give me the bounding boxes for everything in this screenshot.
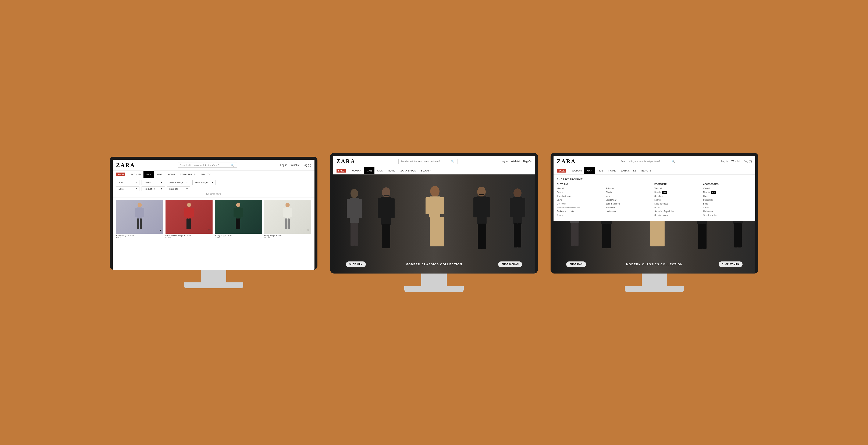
nav-man-3[interactable]: MAN — [584, 167, 595, 174]
clothing-item-7[interactable]: Jeans — [557, 213, 602, 217]
clothing-item-3[interactable]: Shirts — [557, 198, 602, 202]
accessories-item-3[interactable]: Swimsuits — [703, 198, 748, 202]
footwear-item-7[interactable]: Special prices — [654, 213, 700, 217]
svg-rect-7 — [186, 207, 192, 219]
clothing-item-6[interactable]: Jackets and coats — [557, 210, 602, 213]
login-link-1[interactable]: Log in — [280, 164, 287, 167]
wishlist-link-1[interactable]: Wishlist — [290, 164, 299, 167]
stand-neck-2 — [421, 274, 447, 286]
login-link-3[interactable]: Log in — [721, 160, 728, 163]
nav-woman-3[interactable]: WOMAN — [569, 167, 584, 174]
main-nav-1: SALE WOMAN MAN KIDS HOME ZARA SRPLS BEAU… — [113, 171, 314, 178]
clothing2-item-6[interactable]: Underwear — [606, 210, 651, 213]
product-name-4: Heavy weight T-Shirt — [264, 235, 311, 237]
clothing2-item-3[interactable]: Sportswear — [606, 198, 651, 202]
header-nav-right-2: Log in Wishlist Bag (5) — [501, 160, 531, 163]
clothing2-item-0[interactable]: Polo shirt — [606, 187, 651, 191]
nav-woman-1[interactable]: WOMAN — [129, 171, 144, 178]
clothing-item-0[interactable]: View all — [557, 187, 602, 191]
nav-man-1[interactable]: MAN — [144, 171, 154, 178]
search-bar-2[interactable]: 🔍 — [398, 159, 458, 164]
wishlist-link-2[interactable]: Wishlist — [511, 160, 520, 163]
monitor-3: ZARA 🔍 Log in Wishlist Bag (5) SALE WOMA… — [551, 153, 758, 292]
login-link-2[interactable]: Log in — [501, 160, 508, 163]
product-price-1: £19.99 — [116, 237, 163, 239]
accessories-item-7[interactable]: Ties & bow ties — [703, 213, 748, 217]
nav-home-3[interactable]: HOME — [606, 167, 618, 174]
hero-shop-woman-btn-2[interactable]: SHOP WOMAN — [498, 262, 522, 267]
footwear-item-2[interactable]: Sneakers — [654, 194, 700, 198]
wishlist-icon-4[interactable]: ♡ — [307, 229, 309, 232]
bag-link-1[interactable]: Bag (5) — [303, 164, 311, 167]
accessories-item-2[interactable]: Hats — [703, 194, 748, 198]
search-input-3[interactable] — [621, 160, 672, 163]
clothing2-item-4[interactable]: Suits & tailoring — [606, 202, 651, 206]
search-bar-3[interactable]: 🔍 — [619, 159, 678, 164]
clothing2-item-2[interactable]: socks — [606, 194, 651, 198]
hero-shop-man-btn-3[interactable]: SHOP MAN — [566, 262, 586, 267]
nav-woman-2[interactable]: WOMAN — [349, 167, 364, 174]
nav-srpls-1[interactable]: ZARA SRPLS — [178, 171, 198, 178]
accessories-item-5[interactable]: Socks — [703, 206, 748, 210]
sleeve-filter[interactable]: Sleeve Length ▼ — [167, 180, 190, 185]
nav-srpls-2[interactable]: ZARA SRPLS — [398, 167, 418, 174]
sale-badge-1[interactable]: SALE — [116, 173, 125, 176]
search-input-2[interactable] — [400, 160, 451, 163]
clothing-item-5[interactable]: Hoodies and sweatshirts — [557, 206, 602, 210]
clothing2-item-5[interactable]: Swimwear — [606, 206, 651, 210]
nav-beauty-1[interactable]: BEAUTY — [198, 171, 213, 178]
footwear-item-3[interactable]: Loafers — [654, 198, 700, 202]
svg-point-24 — [350, 189, 358, 198]
hero-shop-woman-btn-3[interactable]: SHOP WOMAN — [719, 262, 743, 267]
nav-beauty-2[interactable]: BEAUTY — [418, 167, 434, 174]
nav-beauty-3[interactable]: BEAUTY — [639, 167, 654, 174]
footwear-item-6[interactable]: Sandals I Espadrilles — [654, 210, 700, 213]
svg-rect-59 — [571, 223, 575, 246]
nav-kids-3[interactable]: KIDS — [595, 167, 606, 174]
style-filter[interactable]: Style ▼ — [116, 186, 140, 192]
nav-kids-1[interactable]: KIDS — [154, 171, 165, 178]
accessories-item-6[interactable]: Underwear — [703, 210, 748, 213]
clothing-item-2[interactable]: T shirts & vests — [557, 194, 602, 198]
svg-rect-43 — [473, 197, 478, 217]
nav-srpls-3[interactable]: ZARA SRPLS — [618, 167, 639, 174]
sort-filter[interactable]: Sort ▼ — [116, 180, 140, 185]
colour-chevron: ▼ — [161, 181, 162, 183]
clothing-item-4[interactable]: Co - ords — [557, 202, 602, 206]
bag-link-3[interactable]: Bag (5) — [744, 160, 752, 163]
wishlist-icon-3[interactable]: ♡ — [257, 229, 260, 232]
nav-man-2[interactable]: MAN — [364, 167, 374, 174]
svg-rect-65 — [602, 224, 607, 248]
footwear-item-5[interactable]: Boots — [654, 206, 700, 210]
nav-home-2[interactable]: HOME — [385, 167, 398, 174]
price-filter[interactable]: Price Range ▼ — [192, 180, 216, 185]
wishlist-icon-2[interactable]: ♡ — [208, 229, 211, 232]
sale-badge-2[interactable]: SALE — [337, 169, 346, 173]
search-input-1[interactable] — [180, 164, 231, 166]
accessories-item-0[interactable]: View all — [703, 187, 748, 191]
clothing2-item-1[interactable]: Shorts — [606, 191, 651, 194]
svg-rect-66 — [607, 224, 611, 248]
dropdown-col-accessories: Accessories View all New in New Hats Swi… — [703, 183, 752, 217]
product-fit-filter[interactable]: Product Fit ▼ — [142, 186, 165, 192]
nav-kids-2[interactable]: KIDS — [374, 167, 385, 174]
nav-home-1[interactable]: HOME — [165, 171, 178, 178]
colour-filter[interactable]: Colour ▼ — [142, 180, 165, 185]
sale-badge-3[interactable]: SALE — [557, 169, 566, 173]
wishlist-icon-1[interactable]: ♥ — [160, 229, 161, 232]
monitor-1: ZARA 🔍 Log in Wishlist Bag (5) SALE WOMA… — [110, 157, 317, 288]
search-bar-1[interactable]: 🔍 — [178, 163, 237, 168]
accessories-item-4[interactable]: Belts — [703, 202, 748, 206]
search-icon-2: 🔍 — [451, 160, 454, 163]
accessories-item-1[interactable]: New in New — [703, 191, 748, 194]
svg-rect-31 — [381, 197, 391, 225]
material-filter[interactable]: Material ▼ — [167, 186, 190, 192]
footwear-item-4[interactable]: Lace up shoes — [654, 202, 700, 206]
footwear-item-0[interactable]: View all — [654, 187, 700, 191]
clothing-item-1[interactable]: Basics — [557, 191, 602, 194]
svg-rect-14 — [234, 208, 236, 217]
bag-link-2[interactable]: Bag (5) — [523, 160, 531, 163]
wishlist-link-3[interactable]: Wishlist — [731, 160, 740, 163]
hero-shop-man-btn-2[interactable]: SHOP MAN — [346, 262, 366, 267]
footwear-item-1[interactable]: New in New — [654, 191, 700, 194]
